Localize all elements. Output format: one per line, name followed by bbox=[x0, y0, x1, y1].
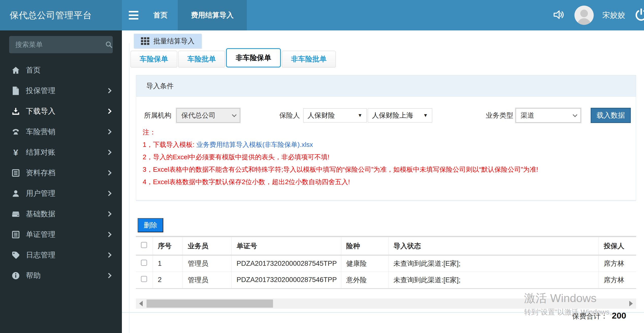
caret-down-icon: ▼ bbox=[423, 113, 428, 118]
tab-非车险保单[interactable]: 非车险保单 bbox=[226, 48, 281, 67]
sidebar-item-结算对账[interactable]: ¥结算对账 bbox=[0, 142, 122, 163]
row-checkbox[interactable] bbox=[141, 276, 147, 282]
sidebar-item-label: 结算对账 bbox=[26, 147, 55, 157]
search-input[interactable] bbox=[15, 41, 105, 49]
insurer-select-2[interactable]: 人保财险上海 ▼ bbox=[368, 108, 432, 122]
sidebar-item-车险营销[interactable]: 车险营销 bbox=[0, 121, 122, 142]
hdd-icon bbox=[10, 210, 21, 218]
chevron-down-icon bbox=[232, 112, 236, 117]
scroll-right-arrow-icon[interactable] bbox=[626, 299, 636, 309]
power-icon[interactable] bbox=[634, 7, 644, 23]
note-line-1-text: 1，下载导入模板: bbox=[143, 141, 196, 148]
table-body: 1管理员PDZA201732020000287545TPP健康险未查询到此渠道:… bbox=[136, 255, 636, 288]
tab-车险批单[interactable]: 车险批单 bbox=[178, 51, 225, 67]
cell-policy_holder: 席方林 bbox=[599, 255, 636, 272]
row-checkbox-cell bbox=[136, 272, 153, 288]
sidebar-search[interactable] bbox=[9, 36, 113, 53]
list-icon bbox=[10, 169, 21, 177]
cell-import_status: 未查询到此渠道:[E家]; bbox=[388, 272, 599, 288]
biz-type-select-value: 渠道 bbox=[521, 111, 534, 120]
org-label: 所属机构 bbox=[144, 108, 171, 122]
download-icon bbox=[10, 107, 21, 116]
chevron-down-icon bbox=[573, 112, 577, 117]
chevron-right-icon bbox=[106, 170, 111, 176]
sidebar-item-label: 首页 bbox=[26, 65, 41, 75]
cell-doc_no: PDZA201732020000287545TPP bbox=[231, 255, 341, 272]
table-row: 1管理员PDZA201732020000287545TPP健康险未查询到此渠道:… bbox=[136, 255, 636, 272]
chevron-right-icon bbox=[106, 191, 111, 196]
cell-doc_no: PDZA201732020000287546TPP bbox=[231, 272, 341, 288]
sidebar-item-首页[interactable]: 首页 bbox=[0, 60, 122, 80]
column-header-业务员: 业务员 bbox=[183, 237, 231, 255]
org-select-value: 保代总公司 bbox=[181, 111, 216, 120]
chevron-right-icon bbox=[106, 232, 111, 237]
sidebar-item-帮助[interactable]: 帮助 bbox=[0, 265, 122, 286]
sidebar-item-基础数据[interactable]: 基础数据 bbox=[0, 204, 122, 224]
sidebar-item-资料存档[interactable]: 资料存档 bbox=[0, 163, 122, 183]
sidebar-menu: 首页投保管理下载导入车险营销¥结算对账资料存档用户管理基础数据单证管理日志管理帮… bbox=[0, 60, 122, 286]
topbar: 首页费用结算导入 宋姣姣 bbox=[122, 0, 644, 30]
org-select[interactable]: 保代总公司 bbox=[176, 108, 240, 122]
cell-import_status: 未查询到此渠道:[E家]; bbox=[388, 255, 599, 272]
content-bottom-border bbox=[122, 312, 644, 313]
chevron-right-icon bbox=[106, 129, 111, 134]
chevron-right-icon bbox=[106, 109, 111, 114]
sidebar-item-label: 车险营销 bbox=[26, 127, 55, 137]
scrollbar-thumb[interactable] bbox=[147, 300, 273, 308]
tab-非车险批单[interactable]: 非车险批单 bbox=[282, 51, 336, 67]
sidebar-item-单证管理[interactable]: 单证管理 bbox=[0, 224, 122, 245]
cell-insurance_type: 健康险 bbox=[341, 255, 388, 272]
file-icon bbox=[10, 86, 21, 95]
info-icon bbox=[10, 271, 21, 280]
note-line-1: 1，下载导入模板: 业务费用结算导入模板(非车险保单).xlsx bbox=[143, 138, 538, 151]
table-row: 2管理员PDZA201732020000287546TPP意外险未查询到此渠道:… bbox=[136, 272, 636, 288]
select-all-cell bbox=[136, 237, 153, 255]
sidebar-item-用户管理[interactable]: 用户管理 bbox=[0, 183, 122, 204]
topnav-item-费用结算导入[interactable]: 费用结算导入 bbox=[178, 0, 247, 30]
volume-icon[interactable] bbox=[553, 9, 566, 21]
sidebar: 保代总公司管理平台 首页投保管理下载导入车险营销¥结算对账资料存档用户管理基础数… bbox=[0, 0, 122, 333]
content-left-border bbox=[129, 43, 130, 333]
load-data-button[interactable]: 载入数据 bbox=[591, 108, 631, 123]
chevron-right-icon bbox=[106, 88, 111, 93]
scroll-left-arrow-icon[interactable] bbox=[136, 299, 146, 309]
import-condition-panel: 导入条件 所属机构 保代总公司 保险人 人保财险 ▼ 人保财险上海 ▼ 业务类型… bbox=[136, 75, 636, 200]
cell-agent: 管理员 bbox=[183, 272, 231, 288]
template-download-link[interactable]: 业务费用结算导入模板(非车险保单).xlsx bbox=[196, 141, 313, 148]
topnav-item-首页[interactable]: 首页 bbox=[143, 0, 178, 30]
insurer-select-2-value: 人保财险上海 bbox=[372, 111, 413, 120]
biz-type-label: 业务类型 bbox=[476, 108, 513, 122]
tab-车险保单[interactable]: 车险保单 bbox=[131, 51, 177, 67]
hamburger-menu-icon[interactable] bbox=[124, 0, 143, 30]
app-brand: 保代总公司管理平台 bbox=[0, 0, 122, 30]
topbar-right: 宋姣姣 bbox=[553, 6, 644, 25]
sidebar-item-label: 用户管理 bbox=[26, 188, 55, 199]
sidebar-item-日志管理[interactable]: 日志管理 bbox=[0, 245, 122, 265]
chevron-right-icon bbox=[106, 273, 111, 278]
chevron-right-icon bbox=[106, 150, 111, 155]
result-table-wrap: 序号业务员单证号险种导入状态投保人 1管理员PDZA20173202000028… bbox=[136, 236, 636, 289]
sidebar-item-label: 单证管理 bbox=[26, 230, 55, 240]
cell-policy_holder: 席方林 bbox=[599, 272, 636, 288]
phone-icon bbox=[10, 127, 21, 136]
sidebar-item-投保管理[interactable]: 投保管理 bbox=[0, 80, 122, 101]
insurer-select-1[interactable]: 人保财险 ▼ bbox=[303, 108, 367, 122]
import-notes: 注： 1，下载导入模板: 业务费用结算导入模板(非车险保单).xlsx 2，导入… bbox=[143, 126, 538, 188]
tab-bar: 车险保单车险批单非车险保单非车险批单 bbox=[131, 48, 336, 67]
breadcrumb[interactable]: 批量结算导入 bbox=[134, 34, 202, 48]
username[interactable]: 宋姣姣 bbox=[602, 10, 625, 21]
note-line-2: 2，导入的Excel中必须要有模版中提供的表头，非必填项可不填! bbox=[143, 151, 538, 163]
list-icon bbox=[10, 230, 21, 239]
chevron-right-icon bbox=[106, 211, 111, 217]
panel-title: 导入条件 bbox=[136, 75, 636, 97]
row-checkbox[interactable] bbox=[141, 260, 147, 266]
search-icon[interactable] bbox=[105, 41, 113, 48]
sidebar-item-label: 日志管理 bbox=[26, 250, 55, 260]
biz-type-select[interactable]: 渠道 bbox=[516, 108, 581, 122]
sidebar-item-下载导入[interactable]: 下载导入 bbox=[0, 101, 122, 121]
avatar[interactable] bbox=[574, 6, 594, 25]
horizontal-scrollbar[interactable] bbox=[136, 299, 636, 309]
select-all-checkbox[interactable] bbox=[141, 242, 147, 248]
column-header-投保人: 投保人 bbox=[599, 237, 636, 255]
delete-button[interactable]: 删除 bbox=[138, 218, 163, 232]
